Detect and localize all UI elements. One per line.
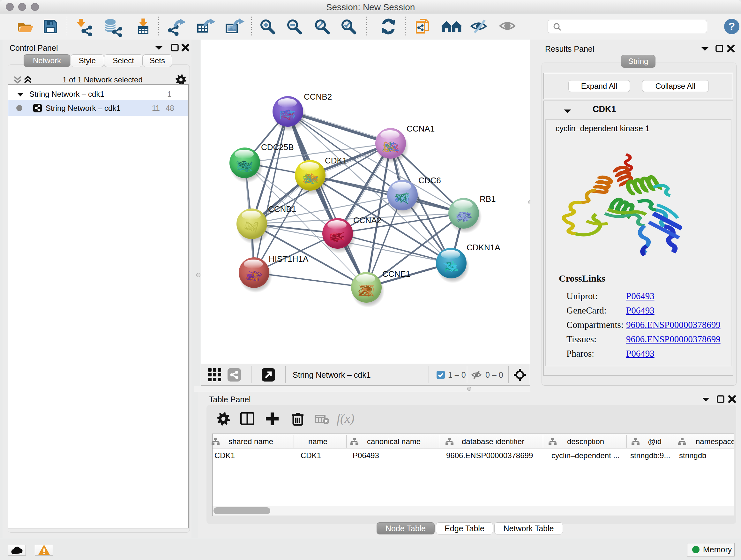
svg-text:CCNB2: CCNB2 <box>304 92 332 102</box>
svg-text:HIST1H1A: HIST1H1A <box>269 254 309 264</box>
svg-text:RB1: RB1 <box>480 194 496 204</box>
svg-text:CDK1: CDK1 <box>325 156 347 165</box>
svg-text:CCNB1: CCNB1 <box>268 204 296 214</box>
svg-text:CCNE1: CCNE1 <box>382 269 410 279</box>
svg-text:CCNA2: CCNA2 <box>353 215 381 225</box>
svg-text:CCNA1: CCNA1 <box>407 124 434 133</box>
svg-text:CDC6: CDC6 <box>418 176 441 185</box>
svg-text:CDKN1A: CDKN1A <box>467 243 500 252</box>
svg-text:?: ? <box>729 20 735 32</box>
svg-text:CDC25B: CDC25B <box>261 142 294 152</box>
